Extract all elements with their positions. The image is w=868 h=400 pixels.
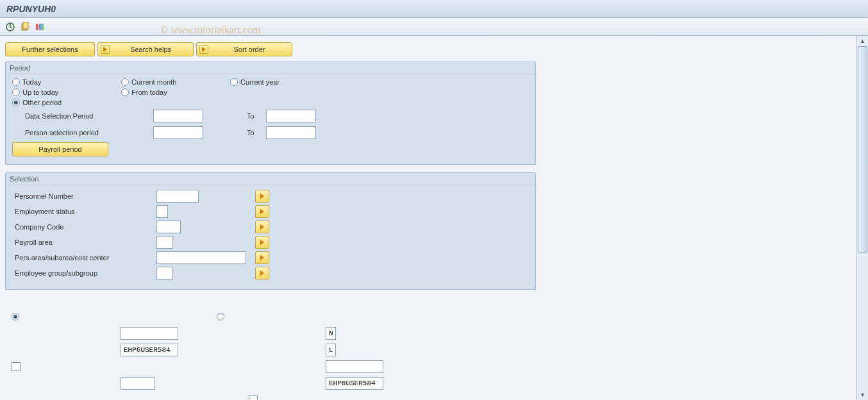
period-title: Period (6, 62, 535, 74)
lower2-input1[interactable] (326, 327, 336, 340)
radio-icon (121, 88, 129, 96)
radio-today[interactable]: Today (12, 78, 121, 86)
search-helps-button[interactable]: Search helps (97, 42, 194, 56)
radio-label: From today (131, 88, 167, 96)
payroll-area-label: Payroll area (12, 238, 156, 246)
svg-rect-3 (36, 24, 38, 30)
company-code-input[interactable] (156, 221, 181, 233)
radio-label: Today (22, 78, 41, 86)
lower-section (5, 297, 536, 400)
payroll-area-input[interactable] (156, 236, 173, 249)
to-label: To (247, 129, 266, 137)
lower1-input3[interactable] (121, 377, 155, 390)
data-selection-from-input[interactable] (153, 110, 203, 122)
employee-group-label: Employee group/subgroup (12, 269, 156, 277)
multi-select-button[interactable] (255, 190, 269, 203)
multi-select-button[interactable] (255, 221, 269, 233)
radio-current-year[interactable]: Current year (230, 78, 339, 86)
vertical-scrollbar[interactable]: ▲ ▼ (856, 36, 868, 400)
radio-icon (121, 78, 129, 86)
personnel-number-input[interactable] (156, 190, 199, 203)
lower1-input1[interactable] (121, 327, 178, 340)
scroll-down-icon[interactable]: ▼ (858, 390, 868, 400)
period-groupbox: Period Today Current month Current year (5, 62, 536, 165)
sort-order-label: Sort order (234, 46, 265, 53)
radio-label: Current year (240, 78, 280, 86)
radio-icon (12, 99, 20, 106)
multi-select-button[interactable] (255, 236, 269, 249)
radio-label: Current month (131, 78, 176, 86)
radio-icon (230, 78, 238, 86)
personnel-number-label: Personnel Number (12, 192, 156, 200)
employment-status-input[interactable] (156, 205, 168, 218)
titlebar: RPUNYUH0 (0, 0, 868, 18)
radio-label: Other period (22, 99, 62, 106)
to-label: To (247, 112, 266, 120)
execute-icon[interactable] (4, 21, 17, 33)
search-helps-label: Search helps (130, 46, 171, 53)
scroll-thumb[interactable] (858, 46, 867, 253)
payroll-period-button[interactable]: Payroll period (12, 142, 108, 156)
title-text: RPUNYUH0 (6, 4, 56, 14)
content-area: Further selections Search helps Sort ord… (0, 36, 856, 400)
svg-rect-2 (23, 22, 28, 29)
pers-area-input[interactable] (156, 251, 246, 264)
scroll-track[interactable] (857, 46, 868, 390)
arrow-icon (199, 45, 208, 54)
svg-rect-4 (39, 24, 42, 30)
svg-rect-5 (42, 24, 44, 30)
selection-groupbox: Selection Personnel Number Employment st… (5, 172, 536, 290)
radio-icon (12, 313, 19, 321)
arrow-icon (101, 45, 110, 54)
checkbox-left[interactable] (12, 362, 21, 371)
data-selection-to-input[interactable] (266, 110, 316, 122)
person-selection-label: Person selection period (12, 129, 153, 137)
scroll-up-icon[interactable]: ▲ (858, 36, 868, 46)
radio-current-month[interactable]: Current month (121, 78, 230, 86)
multi-select-button[interactable] (255, 267, 269, 279)
multi-select-button[interactable] (255, 205, 269, 218)
lower1-input2[interactable] (121, 344, 178, 356)
sort-order-button[interactable]: Sort order (196, 42, 292, 56)
button-row: Further selections Search helps Sort ord… (5, 42, 851, 56)
pers-area-label: Pers.area/subarea/cost center (12, 254, 156, 262)
radio-icon (12, 88, 20, 96)
selection-title: Selection (6, 173, 535, 185)
radio-up-to-today[interactable]: Up to today (12, 88, 121, 96)
lower-col-1 (12, 309, 210, 400)
radio-from-today[interactable]: From today (121, 88, 230, 96)
employee-group-input[interactable] (156, 267, 173, 279)
lower-col-2 (217, 309, 415, 400)
app-window: RPUNYUH0 © www.tutorialkart.com Further … (0, 0, 868, 400)
radio-label: Up to today (22, 88, 58, 96)
radio-icon (12, 78, 20, 86)
toolbar (0, 18, 868, 36)
person-selection-from-input[interactable] (153, 126, 203, 139)
multi-select-button[interactable] (255, 251, 269, 264)
variant-icon[interactable] (19, 21, 31, 33)
radio-option-left[interactable] (12, 313, 19, 321)
radio-icon (217, 313, 224, 321)
lower2-input3[interactable] (326, 360, 383, 373)
lower2-input4[interactable] (326, 377, 383, 390)
checkbox-right[interactable] (249, 396, 258, 400)
layout-icon[interactable] (33, 21, 46, 33)
data-selection-label: Data Selection Period (12, 112, 153, 120)
company-code-label: Company Code (12, 223, 156, 231)
employment-status-label: Employment status (12, 208, 156, 215)
further-selections-button[interactable]: Further selections (5, 42, 95, 56)
radio-other-period[interactable]: Other period (12, 99, 121, 106)
person-selection-to-input[interactable] (266, 126, 316, 139)
radio-option-right[interactable] (217, 313, 224, 321)
lower2-input2[interactable] (326, 344, 336, 356)
